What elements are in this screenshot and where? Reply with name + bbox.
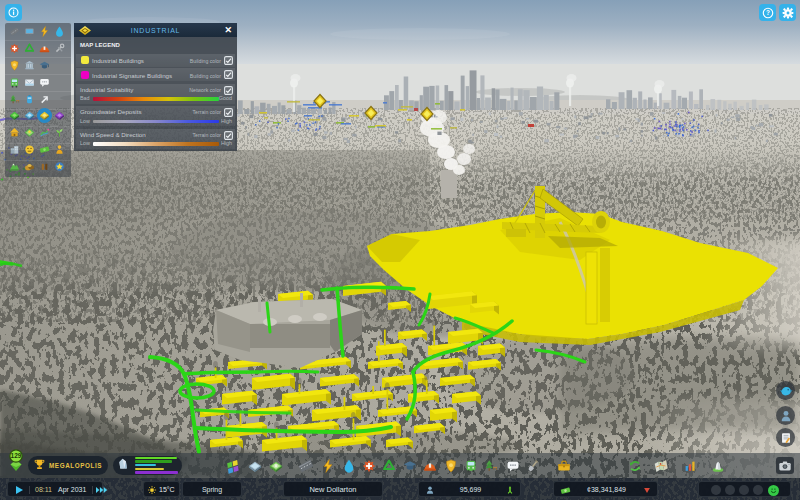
svg-text:129: 129 [11,452,22,459]
svg-text:?: ? [766,9,770,16]
